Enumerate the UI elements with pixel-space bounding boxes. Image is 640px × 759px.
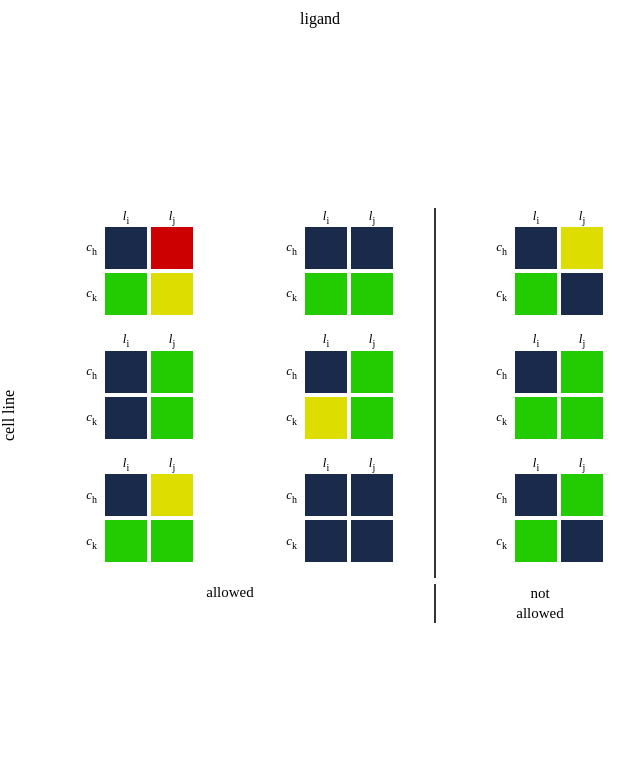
row-label-ck: ck (265, 409, 301, 427)
cell (351, 397, 393, 439)
cell (105, 397, 147, 439)
cell (561, 474, 603, 516)
cell (561, 273, 603, 315)
row-label-ck: ck (265, 285, 301, 303)
row-label-ck: ck (475, 285, 511, 303)
cell (515, 520, 557, 562)
cell (561, 397, 603, 439)
row-label-ck: ck (475, 533, 511, 551)
cell (105, 227, 147, 269)
cell (105, 474, 147, 516)
cell (515, 397, 557, 439)
mini-grid: li lj ch ck (65, 331, 195, 443)
col-header-lj: lj (149, 331, 195, 349)
row-label-ch: ch (265, 487, 301, 505)
cell (305, 520, 347, 562)
row-label-ch: ch (475, 363, 511, 381)
mini-grid: li lj ch ck (65, 208, 195, 320)
col-header-lj: lj (349, 331, 395, 349)
cell (351, 520, 393, 562)
row-label-ch: ch (65, 239, 101, 257)
cell (515, 227, 557, 269)
cell (151, 227, 193, 269)
row-label-ch: ch (65, 363, 101, 381)
col-header-li: li (513, 208, 559, 226)
cell (561, 351, 603, 393)
mini-grid: li lj ch ck (475, 208, 605, 320)
mini-grid: li lj ch ck (475, 455, 605, 567)
cell (151, 273, 193, 315)
cell (105, 351, 147, 393)
row-label-ck: ck (475, 409, 511, 427)
cell (151, 351, 193, 393)
cell (305, 227, 347, 269)
row-label-ch: ch (65, 487, 101, 505)
cell (515, 273, 557, 315)
cell (105, 273, 147, 315)
col-header-li: li (513, 331, 559, 349)
col-header-lj: lj (349, 208, 395, 226)
mini-grid: li lj ch ck (265, 208, 395, 320)
mini-grid: li lj ch ck (265, 331, 395, 443)
cell (515, 474, 557, 516)
row-label-ch: ch (475, 239, 511, 257)
row-label-ck: ck (65, 285, 101, 303)
col-header-lj: lj (559, 331, 605, 349)
cell (351, 351, 393, 393)
cell (305, 273, 347, 315)
col-header-lj: lj (559, 208, 605, 226)
row-label-ch: ch (265, 239, 301, 257)
col-header-lj: lj (149, 208, 195, 226)
col-header-li: li (303, 208, 349, 226)
not-allowed-label: notallowed (436, 584, 640, 623)
cell (151, 397, 193, 439)
allowed-section: li lj ch ck (30, 208, 436, 579)
cell (351, 227, 393, 269)
col-header-lj: lj (149, 455, 195, 473)
cell (351, 273, 393, 315)
row-label-ck: ck (265, 533, 301, 551)
row-label-ck: ck (65, 409, 101, 427)
cell (305, 397, 347, 439)
cell (105, 520, 147, 562)
row-label-ch: ch (265, 363, 301, 381)
col-header-li: li (103, 208, 149, 226)
cell (515, 351, 557, 393)
mini-grid: li lj ch ck (65, 455, 195, 567)
allowed-label: allowed (30, 584, 436, 623)
cell (561, 520, 603, 562)
col-header-li: li (103, 331, 149, 349)
cell-line-label: cell line (0, 36, 26, 759)
col-header-li: li (103, 455, 149, 473)
mini-grid: li lj ch ck (475, 331, 605, 443)
cell (351, 474, 393, 516)
mini-grid: li lj ch ck (265, 455, 395, 567)
col-header-lj: lj (559, 455, 605, 473)
row-label-ck: ck (65, 533, 101, 551)
cell (151, 474, 193, 516)
not-allowed-section: li lj ch ck (436, 208, 640, 579)
cell (305, 351, 347, 393)
cell (151, 520, 193, 562)
col-header-li: li (303, 331, 349, 349)
col-header-li: li (303, 455, 349, 473)
cell (561, 227, 603, 269)
col-header-li: li (513, 455, 559, 473)
top-label: ligand (300, 10, 340, 28)
row-label-ch: ch (475, 487, 511, 505)
cell (305, 474, 347, 516)
col-header-lj: lj (349, 455, 395, 473)
